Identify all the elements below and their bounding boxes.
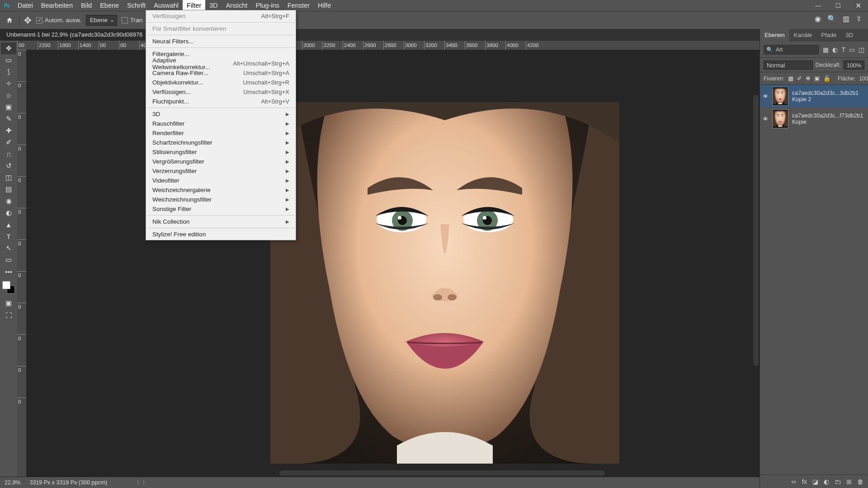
layer-visibility-icon[interactable]: 👁 xyxy=(763,93,769,100)
healing-tool[interactable]: ✚ xyxy=(1,125,16,136)
filter-type-icon[interactable]: T xyxy=(841,46,845,53)
filter-smart-icon[interactable]: ◫ xyxy=(859,46,864,53)
menu-filter[interactable]: Filter xyxy=(183,0,205,11)
blur-tool[interactable]: ◉ xyxy=(1,195,16,207)
panel-tab-kanäle[interactable]: Kanäle xyxy=(789,29,816,42)
eraser-tool[interactable]: ◫ xyxy=(1,172,16,183)
lock-pixels-icon[interactable]: ▦ xyxy=(788,75,793,82)
ruler-horizontal[interactable]: 0022001800140000004006008001000120014001… xyxy=(17,41,760,50)
doc-info[interactable]: 3319 Px x 3319 Px (300 ppcm) xyxy=(29,479,107,486)
filter-item-neural-filters-[interactable]: Neural Filters... xyxy=(146,37,296,46)
filter-item-videofilter[interactable]: Videofilter▶ xyxy=(146,176,296,185)
path-tool[interactable]: ↖ xyxy=(1,242,16,254)
filter-item-weichzeichnungsfilter[interactable]: Weichzeichnungsfilter▶ xyxy=(146,195,296,204)
menu-ebene[interactable]: Ebene xyxy=(96,0,123,11)
share-icon[interactable]: ⇪ xyxy=(856,14,862,23)
filter-item-stilisierungsfilter[interactable]: Stilisierungsfilter▶ xyxy=(146,147,296,157)
canvas[interactable] xyxy=(26,50,760,477)
filter-item-verfl-ssigen-[interactable]: Verflüssigen...Umschalt+Strg+X xyxy=(146,87,296,97)
menu-hilfe[interactable]: Hilfe xyxy=(314,0,335,11)
stamp-tool[interactable]: ⎍ xyxy=(1,148,16,160)
filter-item-rauschfilter[interactable]: Rauschfilter▶ xyxy=(146,119,296,128)
filter-item-3d[interactable]: 3D▶ xyxy=(146,109,296,119)
history-brush-tool[interactable]: ↺ xyxy=(1,160,16,172)
adjustment-layer-icon[interactable]: ◐ xyxy=(824,478,829,485)
new-layer-icon[interactable]: ⊞ xyxy=(846,478,852,485)
group-icon[interactable]: 🗀 xyxy=(835,478,841,485)
menu-datei[interactable]: Datei xyxy=(14,0,37,11)
search-icon[interactable]: 🔍 xyxy=(827,14,836,23)
delete-layer-icon[interactable]: 🗑 xyxy=(857,478,863,485)
eyedropper-tool[interactable]: ✎ xyxy=(1,113,16,125)
filter-item-verzerrungsfilter[interactable]: Verzerrungsfilter▶ xyxy=(146,166,296,176)
marquee-tool[interactable]: ▭ xyxy=(1,54,16,66)
filter-adjust-icon[interactable]: ◐ xyxy=(832,46,838,53)
magic-wand-tool[interactable]: ✧ xyxy=(1,78,16,89)
auto-select-checkbox[interactable]: ✓Autom. ausw. xyxy=(36,17,81,23)
filter-item-renderfilter[interactable]: Renderfilter▶ xyxy=(146,128,296,138)
layer-search[interactable]: 🔍 Art xyxy=(764,45,819,55)
pen-tool[interactable]: ▲ xyxy=(1,219,16,230)
document-tab[interactable]: Unbenannt-1 bei 22,9% (ca7aedc30a2d3c90d… xyxy=(0,29,145,41)
status-nav[interactable]: 〈〉 xyxy=(134,479,148,487)
lock-brush-icon[interactable]: ✐ xyxy=(797,75,802,82)
transform-controls-checkbox[interactable]: Tran xyxy=(122,17,142,23)
type-tool[interactable]: T xyxy=(1,230,16,242)
lasso-tool[interactable]: ⟆ xyxy=(1,66,16,78)
blend-mode-select[interactable]: Normal xyxy=(764,61,813,70)
panel-tab-3d[interactable]: 3D xyxy=(841,29,858,42)
panel-tab-ebenen[interactable]: Ebenen xyxy=(760,29,789,42)
shape-tool[interactable]: ▭ xyxy=(1,254,16,266)
quick-mask[interactable]: ▣ xyxy=(1,297,16,309)
maximize-button[interactable]: ☐ xyxy=(828,0,848,11)
filter-item-weichzeichnergalerie[interactable]: Weichzeichnergalerie▶ xyxy=(146,185,296,195)
ruler-vertical[interactable]: 000000000000 xyxy=(17,50,26,477)
layer-style-icon[interactable]: fx xyxy=(802,478,807,485)
home-icon[interactable] xyxy=(5,15,14,25)
layer-visibility-icon[interactable]: 👁 xyxy=(763,116,769,122)
fill-value[interactable]: 100% xyxy=(859,75,868,82)
menu-ansicht[interactable]: Ansicht xyxy=(222,0,252,11)
menu-plug-ins[interactable]: Plug-ins xyxy=(251,0,283,11)
layer-row[interactable]: 👁 xyxy=(760,108,868,130)
link-layers-icon[interactable]: ⬄ xyxy=(791,478,797,485)
filter-shape-icon[interactable]: ▭ xyxy=(849,46,855,53)
lock-all-icon[interactable]: 🔒 xyxy=(823,75,830,82)
filter-item-sonstige-filter[interactable]: Sonstige Filter▶ xyxy=(146,204,296,214)
gradient-tool[interactable]: ▤ xyxy=(1,183,16,195)
menu-auswahl[interactable]: Auswahl xyxy=(150,0,183,11)
menu-schrift[interactable]: Schrift xyxy=(123,0,150,11)
screen-mode[interactable]: ⛶ xyxy=(1,309,16,321)
filter-item-nik-collection[interactable]: Nik Collection▶ xyxy=(146,217,296,226)
cloud-icon[interactable]: ◉ xyxy=(815,14,821,23)
foreground-color[interactable] xyxy=(2,281,10,289)
menu-3d[interactable]: 3D xyxy=(205,0,222,11)
scrollbar-vertical[interactable] xyxy=(753,95,759,366)
layer-mask-icon[interactable]: ◪ xyxy=(812,478,818,485)
menu-bild[interactable]: Bild xyxy=(77,0,96,11)
move-tool-icon[interactable]: ✥ xyxy=(24,15,32,26)
brush-tool[interactable]: ✐ xyxy=(1,136,16,148)
close-button[interactable]: ✕ xyxy=(848,0,868,11)
lock-artboard-icon[interactable]: ▣ xyxy=(814,75,820,82)
lock-position-icon[interactable]: ✥ xyxy=(806,75,811,82)
filter-item-fluchtpunkt-[interactable]: Fluchtpunkt...Alt+Strg+V xyxy=(146,97,296,106)
menu-fenster[interactable]: Fenster xyxy=(283,0,314,11)
filter-item-objektivkorrektur-[interactable]: Objektivkorrektur...Umschalt+Strg+R xyxy=(146,78,296,87)
color-swatches[interactable] xyxy=(2,281,15,294)
crop-tool[interactable]: ⟄ xyxy=(1,89,16,101)
more-tools[interactable]: ••• xyxy=(1,266,16,277)
filter-item-stylize-free-edition[interactable]: Stylize! Free edition xyxy=(146,230,296,239)
auto-select-target[interactable]: Ebene xyxy=(86,15,117,26)
dodge-tool[interactable]: ◐ xyxy=(1,207,16,219)
menu-bearbeiten[interactable]: Bearbeiten xyxy=(37,0,77,11)
move-tool[interactable]: ✥ xyxy=(1,42,16,54)
filter-item-vergr-erungsfilter[interactable]: Vergrößerungsfilter▶ xyxy=(146,157,296,166)
opacity-value[interactable]: 100% xyxy=(844,61,864,70)
panel-tab-pfade[interactable]: Pfade xyxy=(816,29,841,42)
frame-tool[interactable]: ▣ xyxy=(1,101,16,113)
filter-item-scharfzeichnungsfilter[interactable]: Scharfzeichnungsfilter▶ xyxy=(146,138,296,147)
workspace-icon[interactable]: ▥ xyxy=(843,14,849,23)
filter-item-adaptive-weitwinkelkorrektur-[interactable]: Adaptive Weitwinkelkorrektur...Alt+Umsch… xyxy=(146,59,296,68)
zoom-value[interactable]: 22,9% xyxy=(5,479,20,486)
